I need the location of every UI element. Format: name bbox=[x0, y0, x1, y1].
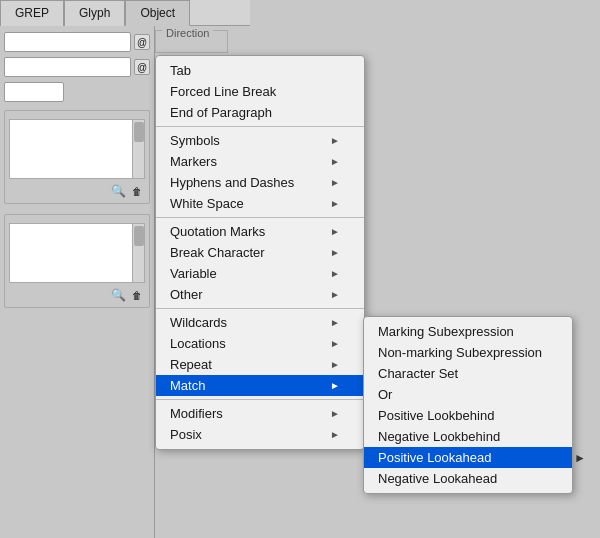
tab-glyph[interactable]: Glyph bbox=[64, 0, 125, 26]
divider-1 bbox=[156, 126, 364, 127]
scroll-area-2[interactable] bbox=[9, 223, 145, 283]
panel-section-2: 🔍 🗑 bbox=[4, 214, 150, 308]
submenu-item-character-set[interactable]: Character Set bbox=[364, 363, 572, 384]
match-submenu: Marking Subexpression Non-marking Subexp… bbox=[363, 316, 573, 494]
submenu-item-positive-lookahead[interactable]: Positive Lookahead ► bbox=[364, 447, 572, 468]
menu-item-symbols[interactable]: Symbols ► bbox=[156, 130, 364, 151]
menu-item-posix[interactable]: Posix ► bbox=[156, 424, 364, 445]
arrow-modifiers: ► bbox=[330, 408, 340, 419]
panel-row-2 bbox=[9, 219, 145, 283]
input-row-1: @ bbox=[4, 32, 150, 52]
submenu-item-negative-lookahead[interactable]: Negative Lookahead bbox=[364, 468, 572, 489]
divider-3 bbox=[156, 308, 364, 309]
zoom-icon-2[interactable]: 🔍 bbox=[110, 287, 126, 303]
at-icon-1[interactable]: @ bbox=[134, 34, 150, 50]
scrollbar-1[interactable] bbox=[132, 120, 144, 178]
arrow-posix: ► bbox=[330, 429, 340, 440]
menu-item-break-character[interactable]: Break Character ► bbox=[156, 242, 364, 263]
arrow-symbols: ► bbox=[330, 135, 340, 146]
menu-item-white-space[interactable]: White Space ► bbox=[156, 193, 364, 214]
arrow-repeat: ► bbox=[330, 359, 340, 370]
at-icon-2[interactable]: @ bbox=[134, 59, 150, 75]
tab-grep[interactable]: GREP bbox=[0, 0, 64, 26]
menu-item-tab[interactable]: Tab bbox=[156, 60, 364, 81]
menu-item-quotation-marks[interactable]: Quotation Marks ► bbox=[156, 221, 364, 242]
input-row-3 bbox=[4, 82, 150, 102]
trash-icon-1[interactable]: 🗑 bbox=[129, 183, 145, 199]
trash-icon-2[interactable]: 🗑 bbox=[129, 287, 145, 303]
menu-item-repeat[interactable]: Repeat ► bbox=[156, 354, 364, 375]
submenu-item-non-marking-subexpression[interactable]: Non-marking Subexpression bbox=[364, 342, 572, 363]
arrow-markers: ► bbox=[330, 156, 340, 167]
submenu-item-positive-lookbehind[interactable]: Positive Lookbehind bbox=[364, 405, 572, 426]
input-row-2: @ bbox=[4, 57, 150, 77]
scroll-area-1[interactable] bbox=[9, 119, 145, 179]
cursor-icon: ► bbox=[574, 451, 586, 465]
arrow-locations: ► bbox=[330, 338, 340, 349]
menu-item-wildcards[interactable]: Wildcards ► bbox=[156, 312, 364, 333]
arrow-white-space: ► bbox=[330, 198, 340, 209]
main-panel: @ @ 🔍 🗑 🔍 bbox=[0, 26, 155, 538]
arrow-hyphens: ► bbox=[330, 177, 340, 188]
scrollbar-thumb-1 bbox=[134, 122, 144, 142]
arrow-wildcards: ► bbox=[330, 317, 340, 328]
panel-row-1 bbox=[9, 115, 145, 179]
arrow-other: ► bbox=[330, 289, 340, 300]
arrow-match: ► bbox=[330, 380, 340, 391]
menu-item-forced-line-break[interactable]: Forced Line Break bbox=[156, 81, 364, 102]
direction-box: Direction bbox=[155, 30, 228, 53]
menu-item-end-of-paragraph[interactable]: End of Paragraph bbox=[156, 102, 364, 123]
primary-menu: Tab Forced Line Break End of Paragraph S… bbox=[155, 55, 365, 450]
submenu-item-negative-lookbehind[interactable]: Negative Lookbehind bbox=[364, 426, 572, 447]
scrollbar-thumb-2 bbox=[134, 226, 144, 246]
menu-item-variable[interactable]: Variable ► bbox=[156, 263, 364, 284]
menu-item-other[interactable]: Other ► bbox=[156, 284, 364, 305]
arrow-quotation: ► bbox=[330, 226, 340, 237]
panel-section-1: 🔍 🗑 bbox=[4, 110, 150, 204]
zoom-icon[interactable]: 🔍 bbox=[110, 183, 126, 199]
divider-2 bbox=[156, 217, 364, 218]
search-input-box[interactable] bbox=[4, 32, 131, 52]
scrollbar-2[interactable] bbox=[132, 224, 144, 282]
menu-item-locations[interactable]: Locations ► bbox=[156, 333, 364, 354]
arrow-variable: ► bbox=[330, 268, 340, 279]
submenu-item-marking-subexpression[interactable]: Marking Subexpression bbox=[364, 321, 572, 342]
arrow-break: ► bbox=[330, 247, 340, 258]
tab-object[interactable]: Object bbox=[125, 0, 190, 26]
menu-item-match[interactable]: Match ► bbox=[156, 375, 364, 396]
menu-item-hyphens[interactable]: Hyphens and Dashes ► bbox=[156, 172, 364, 193]
menu-item-modifiers[interactable]: Modifiers ► bbox=[156, 403, 364, 424]
small-input-box[interactable] bbox=[4, 82, 64, 102]
direction-label: Direction bbox=[162, 27, 213, 39]
submenu-item-or[interactable]: Or bbox=[364, 384, 572, 405]
tab-bar: GREP Glyph Object bbox=[0, 0, 250, 26]
divider-4 bbox=[156, 399, 364, 400]
menu-item-markers[interactable]: Markers ► bbox=[156, 151, 364, 172]
replace-input-box[interactable] bbox=[4, 57, 131, 77]
